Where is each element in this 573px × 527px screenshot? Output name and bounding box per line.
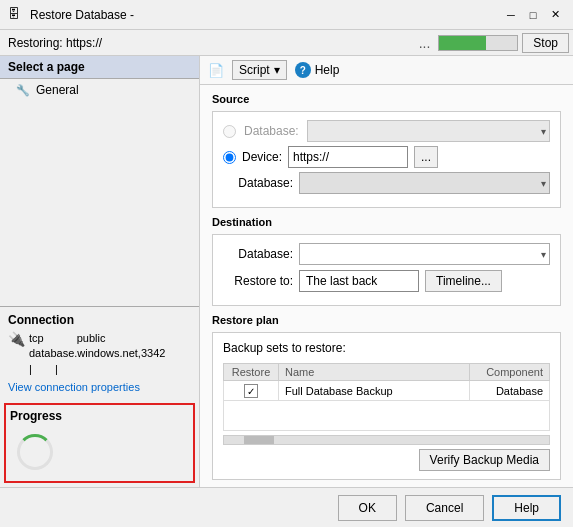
help-toolbar-label: Help bbox=[315, 63, 340, 77]
restore-to-input[interactable] bbox=[299, 270, 419, 292]
maximize-button[interactable]: □ bbox=[523, 5, 543, 25]
connection-header: Connection bbox=[8, 313, 191, 327]
sidebar-item-general[interactable]: 🔧 General bbox=[0, 79, 199, 101]
help-toolbar-button[interactable]: ? Help bbox=[295, 62, 340, 78]
row-name: Full Database Backup bbox=[279, 381, 470, 401]
progress-section: Progress bbox=[4, 403, 195, 483]
dest-database-row: Database: bbox=[223, 243, 550, 265]
table-row: ✓ Full Database Backup Database bbox=[224, 381, 550, 401]
table-scroll-area: Restore Name Component ✓ bbox=[223, 359, 550, 431]
script-arrow-icon: ▾ bbox=[274, 63, 280, 77]
col-header-restore: Restore bbox=[224, 364, 279, 381]
restore-plan-table: Restore Name Component ✓ bbox=[223, 363, 550, 431]
connection-server: database.windows.net,3342 bbox=[29, 346, 165, 361]
database-dropdown[interactable] bbox=[307, 120, 550, 142]
connection-dots: | | bbox=[29, 362, 165, 377]
window-title: Restore Database - bbox=[30, 8, 501, 22]
destination-section-label: Destination bbox=[212, 216, 561, 228]
help-button[interactable]: Help bbox=[492, 495, 561, 521]
database-radio[interactable] bbox=[223, 125, 236, 138]
sidebar-item-general-label: General bbox=[36, 83, 79, 97]
dest-database-dropdown[interactable] bbox=[299, 243, 550, 265]
main-layout: Select a page 🔧 General Connection 🔌 tcp… bbox=[0, 56, 573, 487]
title-bar: 🗄 Restore Database - ─ □ ✕ bbox=[0, 0, 573, 30]
scroll-thumb bbox=[244, 436, 274, 444]
device-browse-button[interactable]: ... bbox=[414, 146, 438, 168]
script-label: Script bbox=[239, 63, 270, 77]
connection-icon: 🔌 bbox=[8, 331, 25, 347]
database-radio-row: Database: bbox=[223, 120, 550, 142]
database-radio-label: Database: bbox=[244, 124, 299, 138]
select-page-header: Select a page bbox=[0, 56, 199, 79]
restoring-label: Restoring: https:// bbox=[4, 36, 411, 50]
right-panel: 📄 Script ▾ ? Help Source Database: bbox=[200, 56, 573, 487]
restore-to-label: Restore to: bbox=[223, 274, 293, 288]
app-icon: 🗄 bbox=[8, 7, 24, 23]
connection-type: tcp public bbox=[29, 331, 165, 346]
restore-plan-label: Restore plan bbox=[212, 314, 561, 326]
source-section: Database: Device: ... Database: bbox=[212, 111, 561, 208]
device-input[interactable] bbox=[288, 146, 408, 168]
source-database-row: Database: bbox=[223, 172, 550, 194]
connection-section: Connection 🔌 tcp public database.windows… bbox=[0, 306, 199, 399]
close-button[interactable]: ✕ bbox=[545, 5, 565, 25]
progress-fill bbox=[439, 36, 486, 50]
script-button[interactable]: Script ▾ bbox=[232, 60, 287, 80]
toolbar-row: Restoring: https:// ... Stop bbox=[0, 30, 573, 56]
verify-backup-button[interactable]: Verify Backup Media bbox=[419, 449, 550, 471]
cancel-button[interactable]: Cancel bbox=[405, 495, 484, 521]
view-connection-link[interactable]: View connection properties bbox=[8, 381, 191, 393]
destination-section: Database: Restore to: Timeline... bbox=[212, 234, 561, 306]
bottom-bar: OK Cancel Help bbox=[0, 487, 573, 527]
restore-to-row: Restore to: Timeline... bbox=[223, 270, 550, 292]
progress-bar bbox=[438, 35, 518, 51]
device-radio-label: Device: bbox=[242, 150, 282, 164]
progress-header: Progress bbox=[10, 409, 189, 423]
left-panel: Select a page 🔧 General Connection 🔌 tcp… bbox=[0, 56, 200, 487]
row-restore-check[interactable]: ✓ bbox=[224, 381, 279, 401]
device-radio[interactable] bbox=[223, 151, 236, 164]
col-header-component: Component bbox=[470, 364, 550, 381]
horizontal-scrollbar[interactable] bbox=[223, 435, 550, 445]
spinner-area bbox=[10, 427, 60, 477]
col-header-name: Name bbox=[279, 364, 470, 381]
script-help-bar: 📄 Script ▾ ? Help bbox=[200, 56, 573, 85]
minimize-button[interactable]: ─ bbox=[501, 5, 521, 25]
dest-database-label: Database: bbox=[223, 247, 293, 261]
spinner bbox=[17, 434, 53, 470]
row-component: Database bbox=[470, 381, 550, 401]
toolbar-dots: ... bbox=[411, 35, 439, 51]
device-radio-row: Device: ... bbox=[223, 146, 550, 168]
content-area: Source Database: Device: ... bbox=[200, 85, 573, 487]
source-section-label: Source bbox=[212, 93, 561, 105]
stop-button[interactable]: Stop bbox=[522, 33, 569, 53]
checkmark-icon: ✓ bbox=[244, 384, 258, 398]
source-database-label: Database: bbox=[223, 176, 293, 190]
wrench-icon: 🔧 bbox=[16, 84, 30, 97]
script-icon: 📄 bbox=[208, 63, 224, 78]
help-circle-icon: ? bbox=[295, 62, 311, 78]
ok-button[interactable]: OK bbox=[338, 495, 397, 521]
source-database-dropdown[interactable] bbox=[299, 172, 550, 194]
table-row-empty bbox=[224, 401, 550, 431]
backup-sets-label: Backup sets to restore: bbox=[223, 341, 550, 355]
timeline-button[interactable]: Timeline... bbox=[425, 270, 502, 292]
restore-plan-section: Backup sets to restore: Restore Name Com… bbox=[212, 332, 561, 480]
